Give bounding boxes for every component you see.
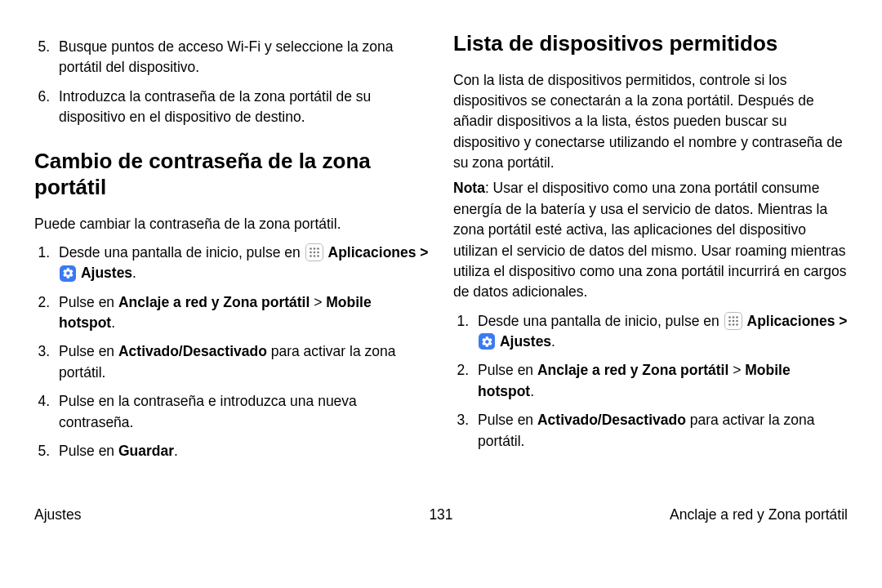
svg-point-5	[317, 252, 319, 254]
step-text: Pulse en	[59, 443, 118, 459]
svg-point-0	[310, 247, 312, 250]
list-item: Desde una pantalla de inicio, pulse en A…	[473, 311, 848, 353]
note-label: Nota	[453, 180, 485, 196]
separator: >	[416, 244, 428, 261]
svg-point-4	[313, 252, 315, 254]
apps-label: Aplicaciones	[328, 244, 416, 261]
bold-text: Anclaje a red y Zona portátil	[537, 362, 728, 378]
list-item: Pulse en Activado/Desactivado para activ…	[54, 341, 429, 383]
bold-text: Anclaje a red y Zona portátil	[118, 294, 310, 310]
apps-icon	[305, 243, 323, 261]
dot: .	[551, 333, 555, 350]
list-item: Busque puntos de acceso Wi-Fi y seleccio…	[54, 37, 429, 78]
dot: .	[530, 383, 534, 399]
section-heading: Lista de dispositivos permitidos	[453, 30, 848, 57]
svg-point-1	[313, 247, 315, 250]
apps-icon	[724, 312, 742, 330]
instruction-list: Desde una pantalla de inicio, pulse en A…	[453, 311, 848, 452]
separator: >	[835, 313, 847, 329]
bold-text: Guardar	[118, 443, 174, 459]
separator: >	[728, 362, 745, 378]
instruction-list: Desde una pantalla de inicio, pulse en A…	[34, 243, 429, 461]
svg-point-7	[313, 255, 315, 257]
svg-point-10	[732, 316, 734, 318]
separator: >	[310, 294, 326, 310]
list-item: Pulse en Guardar.	[54, 441, 429, 461]
step-text: Pulse en	[59, 343, 118, 359]
svg-point-12	[728, 320, 731, 323]
note-text: : Usar el dispositivo como una zona port…	[453, 180, 847, 300]
svg-point-14	[736, 320, 738, 323]
page-number: 131	[305, 506, 577, 523]
list-item: Pulse en Anclaje a red y Zona portátil >…	[473, 360, 848, 402]
section-heading: Cambio de contraseña de la zona portátil	[34, 148, 429, 201]
paragraph: Puede cambiar la contraseña de la zona p…	[34, 214, 429, 234]
right-column: Lista de dispositivos permitidos Con la …	[453, 29, 848, 490]
paragraph: Con la lista de dispositivos permitidos,…	[453, 70, 848, 174]
settings-label: Ajustes	[500, 333, 551, 350]
svg-point-15	[728, 323, 731, 326]
step-text: Desde una pantalla de inicio, pulse en	[478, 313, 719, 329]
svg-point-3	[310, 252, 312, 254]
apps-label: Aplicaciones	[747, 313, 835, 329]
page-footer: Ajustes 131 Anclaje a red y Zona portáti…	[0, 506, 882, 523]
step-text: Pulse en	[478, 362, 537, 378]
dot: .	[174, 443, 178, 459]
svg-point-13	[732, 320, 734, 323]
svg-point-6	[310, 255, 312, 257]
settings-icon	[479, 333, 495, 350]
dot: .	[132, 265, 136, 281]
list-item: Pulse en Activado/Desactivado para activ…	[473, 410, 848, 452]
left-column: Busque puntos de acceso Wi-Fi y seleccio…	[34, 29, 429, 490]
note-paragraph: Nota: Usar el dispositivo como una zona …	[453, 178, 848, 302]
footer-right: Anclaje a red y Zona portátil	[577, 506, 848, 523]
step-text: Pulse en	[59, 294, 118, 310]
svg-point-11	[736, 316, 738, 318]
svg-point-16	[732, 323, 734, 326]
continued-steps: Busque puntos de acceso Wi-Fi y seleccio…	[34, 37, 429, 128]
step-text: Pulse en	[478, 412, 537, 428]
svg-point-17	[736, 323, 738, 326]
page-content: Busque puntos de acceso Wi-Fi y seleccio…	[0, 0, 882, 506]
list-item: Introduzca la contraseña de la zona port…	[54, 87, 429, 128]
svg-point-2	[317, 247, 319, 250]
dot: .	[111, 314, 115, 331]
list-item: Desde una pantalla de inicio, pulse en A…	[54, 243, 429, 284]
bold-text: Activado/Desactivado	[537, 412, 686, 428]
svg-point-8	[317, 255, 319, 257]
bold-text: Activado/Desactivado	[118, 343, 267, 359]
settings-icon	[60, 265, 76, 282]
footer-left: Ajustes	[34, 506, 305, 523]
settings-label: Ajustes	[81, 265, 132, 281]
step-text: Desde una pantalla de inicio, pulse en	[59, 244, 301, 261]
list-item: Pulse en Anclaje a red y Zona portátil >…	[54, 292, 429, 334]
svg-point-9	[728, 316, 731, 318]
list-item: Pulse en la contraseña e introduzca una …	[54, 391, 429, 433]
